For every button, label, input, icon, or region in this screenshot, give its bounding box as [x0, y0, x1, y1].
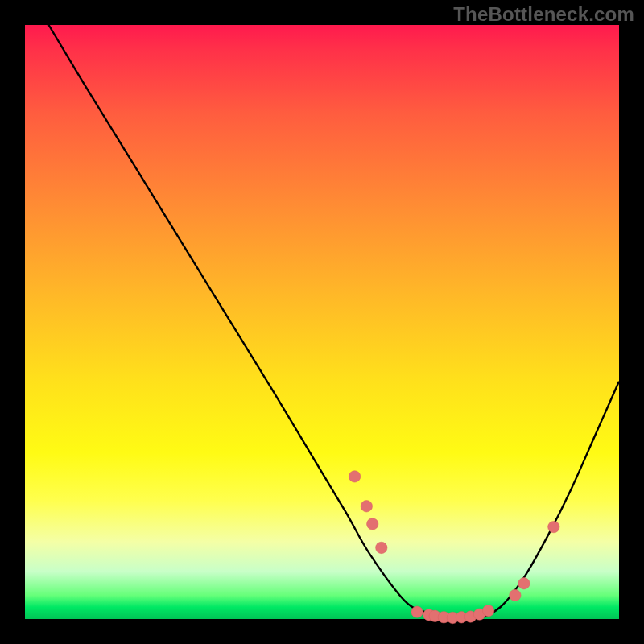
- data-marker: [349, 471, 360, 482]
- watermark-text: TheBottleneck.com: [453, 3, 634, 26]
- data-marker: [411, 606, 423, 617]
- data-marker: [482, 605, 493, 616]
- main-curve: [49, 25, 619, 620]
- marker-dots: [349, 471, 559, 624]
- data-marker: [518, 578, 530, 589]
- data-marker: [361, 501, 372, 512]
- curve-svg: [25, 25, 619, 619]
- data-marker: [376, 542, 387, 553]
- data-marker: [510, 589, 521, 601]
- plot-area: [25, 25, 619, 619]
- chart-frame: TheBottleneck.com: [0, 0, 644, 644]
- data-marker: [548, 521, 559, 532]
- data-marker: [367, 518, 378, 530]
